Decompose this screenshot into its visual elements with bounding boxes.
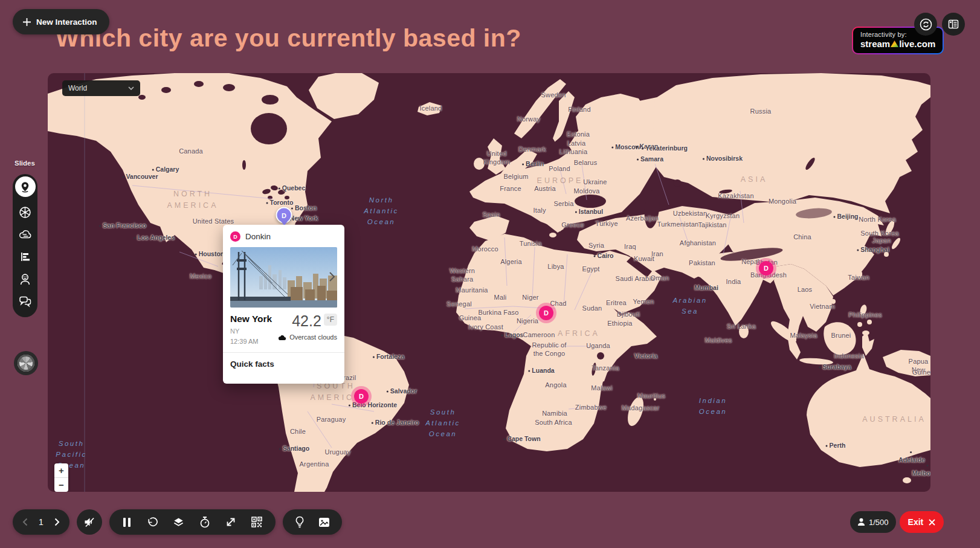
qna-icon (19, 273, 31, 286)
sidebar-item-spinner[interactable] (18, 205, 33, 219)
timer-button[interactable] (199, 516, 210, 528)
qr-code-button[interactable] (251, 517, 262, 527)
sidebar-item-poll[interactable] (18, 250, 33, 264)
spinner-wheel-icon (19, 206, 31, 219)
winning-wheel-icon (18, 355, 34, 372)
participant-marker[interactable]: D (539, 306, 553, 320)
map-zoom-control: + − (54, 463, 68, 492)
slide-number: 1 (37, 517, 45, 527)
mute-button[interactable] (77, 509, 102, 535)
slides-label: Slides (15, 160, 35, 167)
new-interaction-button[interactable]: New Interaction (13, 9, 109, 34)
city-photo (230, 247, 337, 308)
participant-marker[interactable]: D (354, 389, 369, 404)
map-pin-icon (19, 181, 31, 193)
exit-label: Exit (908, 517, 924, 527)
avatar: D (230, 231, 240, 242)
layers-button[interactable] (173, 517, 184, 528)
sync-button[interactable] (914, 13, 937, 36)
new-york-skyline-image (230, 247, 337, 308)
temperature-value: 42.2 (292, 314, 321, 329)
chevron-down-icon (128, 86, 134, 90)
map-region-value: World (68, 84, 87, 92)
word-cloud-icon (19, 228, 32, 240)
media-controls (283, 509, 342, 535)
lightbulb-icon (295, 516, 305, 528)
expand-icon (225, 517, 236, 527)
previous-icon[interactable] (22, 518, 28, 526)
weather-condition: Overcast clouds (289, 334, 337, 341)
world-map-terrain (48, 73, 930, 492)
panel-button[interactable] (942, 13, 965, 36)
session-status: 1/500 Exit (850, 511, 944, 533)
pause-icon (123, 517, 131, 527)
close-icon (929, 519, 935, 526)
selected-participant-marker[interactable]: D (276, 207, 292, 224)
world-map[interactable]: CanadaCalgaryVancouverQuebecTorontoBosto… (48, 73, 930, 492)
participant-popup: D Donkin (223, 225, 344, 384)
next-icon[interactable] (54, 518, 60, 526)
layers-icon (173, 517, 184, 528)
bottom-toolbar: 1 (13, 509, 342, 535)
timer-icon (199, 516, 210, 528)
participant-count[interactable]: 1/500 (850, 511, 896, 533)
participant-marker[interactable]: D (759, 261, 773, 276)
replay-icon (146, 517, 158, 528)
chat-icon (19, 295, 31, 308)
presenter-controls (109, 509, 276, 535)
panel-layout-icon (948, 19, 959, 30)
sidebar-item-qna[interactable] (18, 272, 33, 286)
image-icon (318, 517, 330, 527)
image-button[interactable] (318, 517, 330, 527)
participant-name: Donkin (245, 232, 271, 241)
sync-circle-icon (920, 18, 932, 31)
map-region-select[interactable]: World (62, 80, 140, 96)
exit-button[interactable]: Exit (900, 511, 944, 533)
brand-name: stream live.com (860, 39, 935, 49)
zoom-in-button[interactable]: + (54, 463, 68, 477)
slide-nav: 1 (13, 509, 69, 535)
city-name: New York (230, 314, 272, 324)
chevron-right-icon[interactable] (328, 271, 335, 282)
volume-muted-icon (83, 516, 95, 528)
sidebar-item-wordcloud[interactable] (18, 227, 33, 242)
participant-count-value: 1/500 (869, 518, 889, 527)
zoom-out-button[interactable]: − (54, 478, 68, 492)
region-code: NY (230, 327, 272, 335)
fullscreen-button[interactable] (225, 517, 236, 527)
card-divider (223, 352, 344, 353)
cloud-icon (278, 334, 286, 341)
lightbulb-button[interactable] (295, 516, 305, 528)
qr-code-icon (251, 517, 262, 527)
quick-facts-heading: Quick facts (230, 359, 337, 369)
page-title: Which city are you currently based in? (56, 24, 599, 53)
winning-wheel-widget[interactable] (14, 351, 38, 375)
streamalive-logo-triangle-icon (891, 40, 898, 47)
local-time: 12:39 AM (230, 338, 272, 345)
person-icon (857, 518, 865, 526)
plus-icon (22, 18, 31, 27)
temperature-unit-toggle[interactable]: °F (324, 314, 337, 326)
sidebar-item-map[interactable] (15, 176, 36, 197)
replay-button[interactable] (146, 517, 158, 528)
sidebar-item-chat[interactable] (18, 294, 33, 309)
new-interaction-label: New Interaction (36, 18, 97, 27)
poll-icon (19, 251, 31, 263)
sidebar-toolbar (13, 174, 37, 317)
pause-button[interactable] (123, 517, 131, 527)
